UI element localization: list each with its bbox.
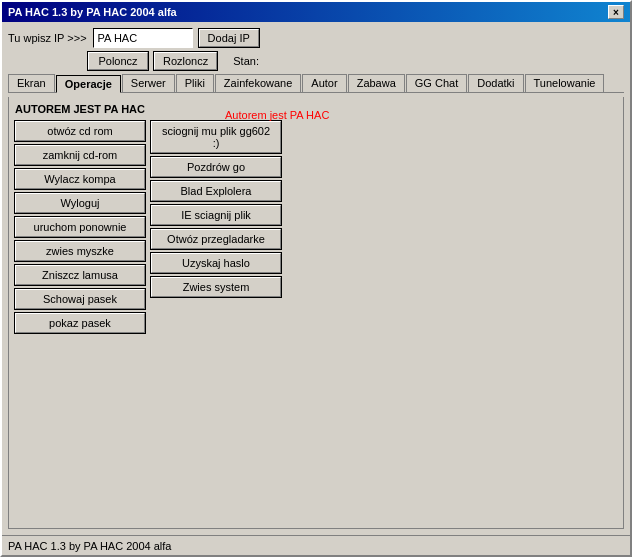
tab-zabawa[interactable]: Zabawa bbox=[348, 74, 405, 92]
title-bar: PA HAC 1.3 by PA HAC 2004 alfa × bbox=[2, 2, 630, 22]
content-area: Tu wpisz IP >>> Dodaj IP Poloncz Rozlonc… bbox=[2, 22, 630, 535]
btn-open-cd[interactable]: otwóz cd rom bbox=[15, 121, 145, 141]
btn-freeze-system[interactable]: Zwies system bbox=[151, 277, 281, 297]
btn-logout[interactable]: Wyloguj bbox=[15, 193, 145, 213]
btn-download-gg[interactable]: sciognij mu plik gg602 :) bbox=[151, 121, 281, 153]
tab-content: AUTOREM JEST PA HAC Autorem jest PA HAC … bbox=[8, 97, 624, 529]
tab-zainfekowane[interactable]: Zainfekowane bbox=[215, 74, 302, 92]
btn-show-taskbar[interactable]: pokaz pasek bbox=[15, 313, 145, 333]
btn-freeze-mouse[interactable]: zwies myszke bbox=[15, 241, 145, 261]
ip-input[interactable] bbox=[93, 28, 193, 48]
tab-ekran[interactable]: Ekran bbox=[8, 74, 55, 92]
add-ip-button[interactable]: Dodaj IP bbox=[199, 29, 259, 47]
tab-gg-chat[interactable]: GG Chat bbox=[406, 74, 467, 92]
btn-shutdown[interactable]: Wylacz kompa bbox=[15, 169, 145, 189]
tab-autor[interactable]: Autor bbox=[302, 74, 346, 92]
window-title: PA HAC 1.3 by PA HAC 2004 alfa bbox=[8, 6, 177, 18]
buttons-col-2: sciognij mu plik gg602 :) Pozdrów go Bla… bbox=[151, 121, 281, 333]
tab-serwer[interactable]: Serwer bbox=[122, 74, 175, 92]
status-text: PA HAC 1.3 by PA HAC 2004 alfa bbox=[8, 540, 171, 552]
btn-destroy-lamer[interactable]: Zniszcz lamusa bbox=[15, 265, 145, 285]
stan-label: Stan: bbox=[233, 55, 259, 67]
author-text: Autorem jest PA HAC bbox=[225, 109, 329, 121]
tab-pliki[interactable]: Pliki bbox=[176, 74, 214, 92]
second-row: Poloncz Rozloncz Stan: bbox=[88, 52, 624, 70]
btn-explorer-error[interactable]: Blad Explolera bbox=[151, 181, 281, 201]
tab-operacje[interactable]: Operacje bbox=[56, 75, 121, 93]
poloncz-button[interactable]: Poloncz bbox=[88, 52, 148, 70]
btn-open-browser[interactable]: Otwóz przegladarke bbox=[151, 229, 281, 249]
btn-hide-taskbar[interactable]: Schowaj pasek bbox=[15, 289, 145, 309]
btn-close-cd[interactable]: zamknij cd-rom bbox=[15, 145, 145, 165]
buttons-col-1: otwóz cd rom zamknij cd-rom Wylacz kompa… bbox=[15, 121, 145, 333]
rozloncz-button[interactable]: Rozloncz bbox=[154, 52, 217, 70]
close-button[interactable]: × bbox=[608, 5, 624, 19]
buttons-grid: otwóz cd rom zamknij cd-rom Wylacz kompa… bbox=[15, 121, 617, 333]
ip-label: Tu wpisz IP >>> bbox=[8, 32, 87, 44]
main-window: PA HAC 1.3 by PA HAC 2004 alfa × Tu wpis… bbox=[0, 0, 632, 557]
tab-dodatki[interactable]: Dodatki bbox=[468, 74, 523, 92]
status-bar: PA HAC 1.3 by PA HAC 2004 alfa bbox=[2, 535, 630, 555]
tabs-row: Ekran Operacje Serwer Pliki Zainfekowane… bbox=[8, 74, 624, 93]
tab-content-inner: AUTOREM JEST PA HAC Autorem jest PA HAC … bbox=[15, 103, 617, 333]
btn-ie-download[interactable]: IE sciagnij plik bbox=[151, 205, 281, 225]
tab-tunelowanie[interactable]: Tunelowanie bbox=[525, 74, 605, 92]
btn-get-password[interactable]: Uzyskaj haslo bbox=[151, 253, 281, 273]
btn-restart[interactable]: uruchom ponownie bbox=[15, 217, 145, 237]
top-row: Tu wpisz IP >>> Dodaj IP bbox=[8, 28, 624, 48]
btn-greet[interactable]: Pozdrów go bbox=[151, 157, 281, 177]
